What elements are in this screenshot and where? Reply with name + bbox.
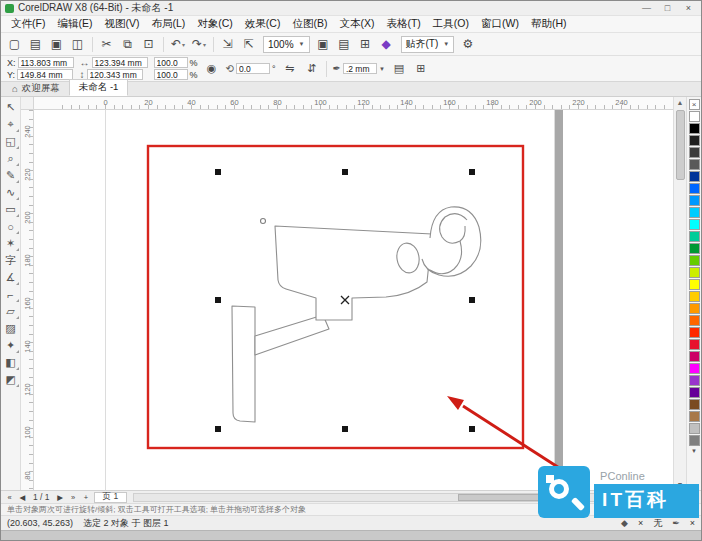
smart-fill-tool[interactable]: ◩ xyxy=(2,371,20,388)
lock-ratio-button[interactable]: ◉ xyxy=(204,60,220,78)
color-swatch[interactable] xyxy=(689,339,700,350)
x-position-field[interactable] xyxy=(18,57,74,68)
transparency-tool[interactable]: ▨ xyxy=(2,320,20,337)
add-page-button[interactable]: + xyxy=(81,493,92,502)
color-swatch[interactable] xyxy=(689,363,700,374)
menu-item[interactable]: 窗口(W) xyxy=(475,17,525,31)
color-swatch[interactable] xyxy=(689,255,700,266)
next-page-button[interactable]: ▶ xyxy=(55,493,66,502)
selection-handle[interactable] xyxy=(215,297,221,303)
menu-item[interactable]: 表格(T) xyxy=(380,17,426,31)
color-swatch[interactable] xyxy=(689,135,700,146)
menu-item[interactable]: 效果(C) xyxy=(239,17,287,31)
no-color-swatch[interactable]: × xyxy=(689,99,700,110)
menu-item[interactable]: 对象(C) xyxy=(191,17,239,31)
save-button[interactable]: ▣ xyxy=(47,35,67,54)
menu-item[interactable]: 视图(V) xyxy=(98,17,145,31)
color-eyedropper-tool[interactable]: ✦ xyxy=(2,337,20,354)
color-swatch[interactable] xyxy=(689,375,700,386)
color-swatch[interactable] xyxy=(689,147,700,158)
artistic-media-tool[interactable]: ∿ xyxy=(2,184,20,201)
selection-handle[interactable] xyxy=(469,426,475,432)
color-swatch[interactable] xyxy=(689,327,700,338)
menu-item[interactable]: 帮助(H) xyxy=(525,17,573,31)
color-swatch[interactable] xyxy=(689,435,700,446)
selection-handle[interactable] xyxy=(342,426,348,432)
menu-item[interactable]: 编辑(E) xyxy=(51,17,98,31)
color-swatch[interactable] xyxy=(689,411,700,422)
ruler-origin-box[interactable] xyxy=(21,97,34,110)
snap-to-combo[interactable]: 贴齐(T) ▼ xyxy=(401,36,455,53)
menu-item[interactable]: 工具(O) xyxy=(427,17,475,31)
pick-tool[interactable]: ↖ xyxy=(2,99,20,116)
import-button[interactable]: ⇲ xyxy=(218,35,238,54)
outline-width-field[interactable] xyxy=(343,63,377,74)
object-width-field[interactable] xyxy=(92,57,148,68)
vertical-ruler[interactable]: 2402202001801601401201008060 xyxy=(21,110,34,490)
polygon-tool[interactable]: ✶ xyxy=(2,235,20,252)
zoom-tool[interactable]: ⌕ xyxy=(2,150,20,167)
color-swatch[interactable] xyxy=(689,207,700,218)
color-swatch[interactable] xyxy=(689,399,700,410)
paste-button[interactable]: ⊡ xyxy=(139,35,159,54)
export-button[interactable]: ⇱ xyxy=(239,35,259,54)
connector-tool[interactable]: ⌐ xyxy=(2,286,20,303)
last-page-button[interactable]: » xyxy=(68,493,79,502)
parallel-dimension-tool[interactable]: ∡ xyxy=(2,269,20,286)
ellipse-tool[interactable]: ○ xyxy=(2,218,20,235)
drawing-canvas[interactable] xyxy=(34,110,673,490)
menu-item[interactable]: 位图(B) xyxy=(286,17,333,31)
text-tool[interactable]: 字 xyxy=(2,252,20,269)
selection-handle[interactable] xyxy=(342,169,348,175)
color-swatch[interactable] xyxy=(689,423,700,434)
color-swatch[interactable] xyxy=(689,183,700,194)
copy-button[interactable]: ⧉ xyxy=(118,35,138,54)
show-rulers-button[interactable]: ▤ xyxy=(335,35,355,54)
fullscreen-preview-button[interactable]: ▣ xyxy=(314,35,334,54)
quick-customize-button[interactable]: ⊞ xyxy=(413,60,429,78)
selection-handle[interactable] xyxy=(469,169,475,175)
selection-handle[interactable] xyxy=(215,426,221,432)
shape-tool[interactable]: ⌖ xyxy=(2,116,20,133)
selection-handle[interactable] xyxy=(469,297,475,303)
minimize-button[interactable]: — xyxy=(638,2,655,15)
color-swatch[interactable] xyxy=(689,387,700,398)
color-swatch[interactable] xyxy=(689,231,700,242)
color-swatch[interactable] xyxy=(689,123,700,134)
rotation-angle-field[interactable] xyxy=(236,63,270,74)
show-grid-button[interactable]: ⊞ xyxy=(356,35,376,54)
drop-shadow-tool[interactable]: ▱ xyxy=(2,303,20,320)
color-swatch[interactable] xyxy=(689,171,700,182)
color-swatch[interactable] xyxy=(689,243,700,254)
print-button[interactable]: ◫ xyxy=(68,35,88,54)
cut-button[interactable]: ✂ xyxy=(97,35,117,54)
color-swatch[interactable] xyxy=(689,291,700,302)
menu-item[interactable]: 布局(L) xyxy=(145,17,191,31)
mirror-vertical-button[interactable]: ⇵ xyxy=(304,60,320,78)
color-swatch[interactable] xyxy=(689,195,700,206)
vertical-scroll-thumb[interactable] xyxy=(676,110,685,180)
color-swatch[interactable] xyxy=(689,279,700,290)
color-swatch[interactable] xyxy=(689,315,700,326)
welcome-features-button[interactable]: ◆ xyxy=(377,35,397,54)
tab-welcome-screen[interactable]: ⌂ 欢迎屏幕 xyxy=(3,81,69,96)
color-swatch[interactable] xyxy=(689,351,700,362)
undo-button[interactable]: ↶ ▾ xyxy=(168,35,188,54)
color-swatch[interactable] xyxy=(689,159,700,170)
horizontal-ruler[interactable]: 020406080100120140160180200220240 xyxy=(34,97,673,110)
scale-y-field[interactable] xyxy=(154,69,188,80)
first-page-button[interactable]: « xyxy=(4,493,15,502)
interactive-fill-tool[interactable]: ◧ xyxy=(2,354,20,371)
options-button[interactable]: ⚙ xyxy=(458,35,478,54)
tab-document[interactable]: 未命名 -1 xyxy=(69,79,129,96)
menu-item[interactable]: 文本(X) xyxy=(333,17,380,31)
scale-x-field[interactable] xyxy=(154,57,188,68)
chevron-down-icon[interactable]: ▼ xyxy=(379,66,385,72)
cctv-camera-drawing[interactable] xyxy=(232,207,481,422)
previous-page-button[interactable]: ◀ xyxy=(17,493,28,502)
palette-down-icon[interactable]: ▼ xyxy=(691,448,697,454)
crop-tool[interactable]: ◱ xyxy=(2,133,20,150)
page-tab[interactable]: 页 1 xyxy=(94,492,128,503)
color-swatch[interactable] xyxy=(689,267,700,278)
close-button[interactable]: × xyxy=(680,2,697,15)
